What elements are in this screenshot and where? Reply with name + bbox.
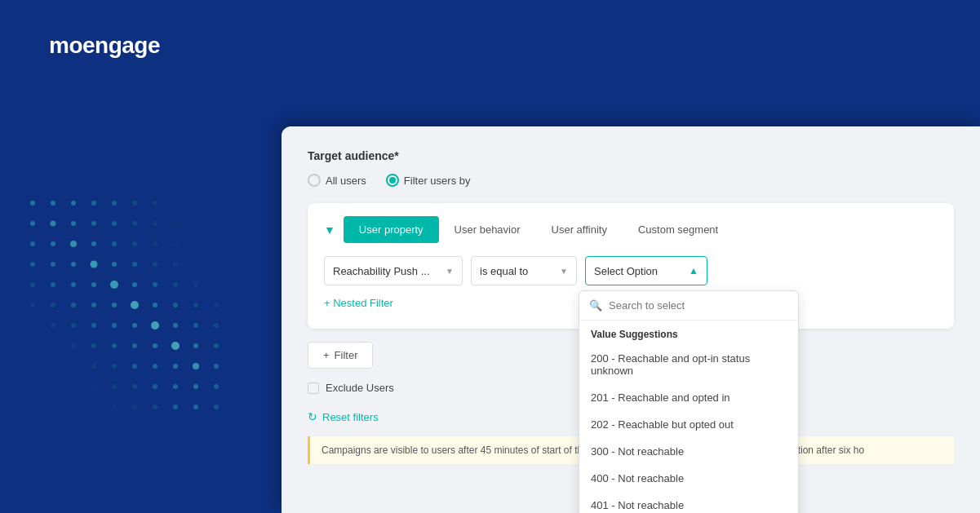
svg-point-22 (153, 241, 157, 246)
property-value: Reachability Push ... (333, 265, 430, 277)
svg-point-19 (91, 241, 96, 246)
suggestion-item-0[interactable]: 200 - Reachable and opt-in status unknow… (579, 345, 798, 384)
svg-point-20 (112, 241, 117, 246)
svg-point-68 (171, 342, 180, 350)
radio-filter-users[interactable]: Filter users by (386, 174, 471, 187)
svg-point-86 (112, 405, 117, 409)
logo: moengage (49, 33, 160, 59)
svg-point-47 (131, 301, 139, 309)
svg-point-73 (112, 364, 117, 369)
tab-user-property[interactable]: User property (344, 216, 439, 243)
svg-point-24 (30, 262, 35, 267)
svg-point-9 (51, 221, 56, 227)
svg-point-83 (173, 384, 178, 389)
radio-all-users[interactable]: All users (308, 174, 366, 187)
add-filter-button[interactable]: + Filter (308, 342, 373, 369)
svg-point-55 (91, 323, 96, 328)
svg-point-0 (30, 201, 35, 206)
nested-filter-label: + Nested Filter (324, 297, 393, 309)
reset-filters-label: Reset filters (322, 411, 379, 423)
svg-point-69 (193, 343, 198, 348)
svg-point-18 (70, 241, 77, 247)
suggestion-item-3[interactable]: 300 - Not reachable (579, 438, 798, 465)
radio-label-filter: Filter users by (404, 175, 471, 187)
svg-point-2 (71, 201, 76, 206)
svg-point-30 (153, 262, 157, 267)
svg-point-64 (91, 343, 96, 348)
suggestion-item-5[interactable]: 401 - Not reachable (579, 492, 798, 513)
radio-label-all: All users (326, 175, 366, 187)
svg-point-23 (173, 241, 178, 246)
svg-point-84 (193, 384, 198, 389)
tab-user-affinity[interactable]: User affinity (536, 216, 623, 243)
svg-point-15 (173, 221, 178, 226)
svg-point-28 (112, 262, 117, 267)
background-top (0, 0, 980, 130)
radio-circle-filter (386, 174, 399, 187)
svg-point-70 (214, 343, 219, 348)
suggestion-item-2[interactable]: 202 - Reachable but opted out (579, 411, 798, 438)
exclude-users-checkbox[interactable] (308, 383, 319, 394)
add-filter-plus-icon: + (323, 349, 330, 361)
value-placeholder: Select Option (594, 265, 658, 277)
svg-point-13 (132, 221, 137, 226)
svg-point-75 (153, 364, 157, 369)
svg-point-79 (91, 384, 96, 389)
suggestion-item-1[interactable]: 201 - Reachable and opted in (579, 384, 798, 411)
dropdown-search-input[interactable] (609, 299, 788, 312)
svg-point-63 (71, 343, 76, 348)
svg-point-25 (51, 262, 55, 267)
svg-point-38 (132, 282, 137, 287)
svg-point-35 (71, 282, 76, 287)
svg-point-53 (51, 323, 55, 328)
property-arrow-icon: ▼ (446, 267, 454, 276)
property-select[interactable]: Reachability Push ... ▼ (324, 256, 463, 285)
svg-point-3 (91, 201, 96, 206)
svg-point-5 (132, 201, 137, 206)
svg-point-49 (173, 303, 178, 307)
svg-point-85 (214, 384, 219, 389)
tab-custom-segment[interactable]: Custom segment (623, 216, 734, 243)
svg-point-81 (132, 384, 137, 389)
svg-point-87 (132, 405, 137, 409)
svg-point-27 (91, 261, 98, 268)
svg-point-78 (214, 364, 219, 369)
svg-point-61 (214, 323, 219, 328)
filter-row: Reachability Push ... ▼ is equal to ▼ Se… (324, 256, 938, 285)
dropdown-popup: 🔍 Value Suggestions 200 - Reachable and … (579, 290, 799, 513)
svg-point-59 (173, 323, 178, 328)
suggestion-item-4[interactable]: 400 - Not reachable (579, 465, 798, 492)
radio-group: All users Filter users by (308, 174, 954, 187)
svg-point-8 (30, 221, 35, 226)
svg-point-12 (112, 221, 117, 226)
svg-point-43 (51, 303, 55, 307)
operator-select[interactable]: is equal to ▼ (471, 256, 577, 285)
target-audience-label: Target audience* (308, 149, 954, 162)
svg-point-17 (51, 241, 55, 246)
svg-point-44 (71, 303, 76, 307)
svg-point-48 (153, 303, 157, 307)
svg-point-33 (30, 282, 35, 287)
svg-point-11 (91, 221, 96, 226)
reset-icon: ↻ (308, 410, 317, 423)
radio-circle-all (308, 174, 321, 187)
svg-point-52 (30, 323, 35, 328)
svg-point-65 (112, 343, 117, 348)
filter-card: ▼ User property User behavior User affin… (308, 203, 954, 329)
svg-point-72 (91, 364, 96, 369)
dot-pattern (0, 170, 277, 513)
svg-point-4 (112, 201, 117, 206)
svg-point-1 (51, 201, 55, 206)
svg-point-51 (214, 303, 219, 307)
svg-point-50 (193, 303, 198, 307)
svg-point-74 (132, 364, 137, 369)
svg-point-32 (193, 262, 198, 267)
value-arrow-icon: ▲ (689, 265, 698, 276)
tab-user-behavior[interactable]: User behavior (439, 216, 536, 243)
svg-point-57 (132, 323, 137, 328)
svg-point-71 (71, 364, 76, 369)
svg-point-77 (193, 363, 199, 369)
svg-point-34 (51, 282, 55, 287)
value-select[interactable]: Select Option ▲ (585, 256, 707, 285)
svg-point-46 (112, 303, 117, 307)
